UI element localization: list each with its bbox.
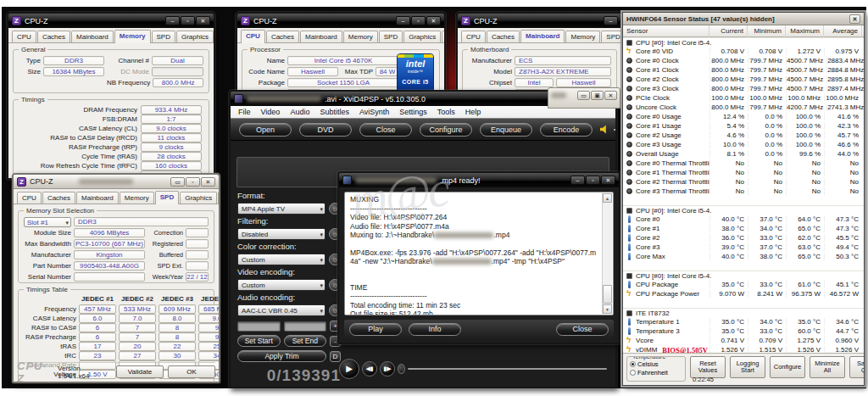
tab[interactable]: About xyxy=(218,192,220,204)
menu-item[interactable]: Subtitles xyxy=(315,108,353,116)
col-minimum[interactable]: Minimum xyxy=(748,25,786,37)
video-encoding-dropdown[interactable]: Custom xyxy=(237,279,326,291)
logging-start-button[interactable]: Logging Start xyxy=(730,356,765,378)
scroll-down-arrow[interactable]: ▼ xyxy=(603,304,612,314)
tab[interactable]: About xyxy=(442,31,446,42)
col-maximum[interactable]: Maximum xyxy=(786,25,824,37)
col-average[interactable]: Average xyxy=(824,25,862,37)
celsius-radio[interactable] xyxy=(630,361,636,367)
tab[interactable]: About xyxy=(214,31,215,42)
tab[interactable]: Caches xyxy=(487,31,520,42)
info-button[interactable]: Info xyxy=(409,323,461,336)
close-button[interactable]: ✕ xyxy=(849,14,860,24)
maximize-button[interactable]: ▫ xyxy=(181,16,195,25)
minimize-all-button[interactable]: Minimize All xyxy=(810,356,845,378)
step-back-button[interactable]: ◀▮ xyxy=(362,361,377,376)
scroll-thumb[interactable] xyxy=(603,285,612,304)
menu-item[interactable]: Audio xyxy=(286,108,314,116)
maximize-button[interactable]: ▫ xyxy=(186,177,200,187)
toolbar-button[interactable]: Configure xyxy=(420,123,472,137)
menu-item[interactable]: AviSynth xyxy=(355,108,393,116)
tab[interactable]: Mainboard xyxy=(71,31,114,42)
tab[interactable]: Caches xyxy=(266,31,299,42)
cpuz-spd-titlebar[interactable]: Z CPU-Z ▭ ▫ ✕ xyxy=(14,175,219,189)
close-button[interactable]: ✕ xyxy=(201,177,215,187)
tab[interactable]: Memory xyxy=(343,31,378,42)
menu-item[interactable]: Settings xyxy=(395,108,431,116)
tab[interactable]: SPD xyxy=(152,31,175,42)
maximize-button[interactable]: ▫ xyxy=(411,16,426,25)
volume-slider[interactable] xyxy=(614,129,617,131)
maximize-button[interactable]: ▫ xyxy=(586,176,600,185)
close-button[interactable]: ✕ xyxy=(426,16,441,25)
seek-knob[interactable] xyxy=(398,364,405,374)
tab[interactable]: SPD xyxy=(601,31,621,42)
tab[interactable]: SPD xyxy=(379,31,403,42)
apply-trim-button[interactable]: Apply Trim xyxy=(237,350,326,362)
play-button[interactable]: Play xyxy=(349,323,402,336)
configure-button[interactable]: Configure xyxy=(770,356,805,378)
maximize-button[interactable]: ▣ xyxy=(591,91,604,100)
format-dropdown[interactable]: MP4 Apple TV xyxy=(237,203,326,215)
set-start-button[interactable]: Set Start xyxy=(237,335,281,347)
tab[interactable]: Caches xyxy=(37,31,70,42)
toolbar-button[interactable]: Enqueue xyxy=(480,123,532,137)
color-correction-dropdown[interactable]: Custom xyxy=(237,254,326,265)
toolbar-button[interactable]: DVD xyxy=(299,123,352,137)
col-sensor[interactable]: Sensor xyxy=(623,25,709,37)
scrollbar[interactable]: ▲ ▼ xyxy=(602,193,612,314)
close-button[interactable]: Close xyxy=(556,323,609,336)
tab[interactable]: CPU xyxy=(12,31,36,42)
minimize-button[interactable]: – xyxy=(396,16,410,25)
fahrenheit-radio[interactable] xyxy=(630,370,636,376)
tab[interactable]: Memory xyxy=(565,31,600,42)
set-end-button[interactable]: Set End xyxy=(284,335,327,347)
hwinfo-titlebar[interactable]: HWiNFO64 Sensor Status [47 value(s) hidd… xyxy=(623,13,864,25)
validate-button[interactable]: Validate xyxy=(116,365,164,378)
menu-item[interactable]: Help xyxy=(461,108,486,116)
tab[interactable]: Mainboard xyxy=(76,192,119,204)
cpuz-memory-titlebar[interactable]: Z CPU-Z – ▫ ✕ xyxy=(8,14,214,28)
tab[interactable]: Graphics xyxy=(403,31,441,42)
menu-item[interactable]: File xyxy=(234,108,255,116)
tab[interactable]: CPU xyxy=(241,30,265,43)
minimize-button[interactable]: ▭ xyxy=(577,91,590,100)
tab[interactable]: Graphics xyxy=(176,31,214,42)
filtering-dropdown[interactable]: Disabled xyxy=(237,228,326,240)
seek-slider[interactable] xyxy=(408,368,607,370)
minimize-button[interactable]: – xyxy=(570,176,585,185)
scroll-up-arrow[interactable]: ▲ xyxy=(603,193,612,203)
toolbar-button[interactable]: Open xyxy=(239,123,292,137)
save-quit-button[interactable]: Save & Quit xyxy=(849,356,865,378)
cpuz-cpu-titlebar[interactable]: Z CPU-Z – ▫ ✕ xyxy=(237,14,444,28)
tab[interactable]: Memory xyxy=(114,30,151,43)
play-button[interactable]: ▶ xyxy=(339,359,359,379)
menu-item[interactable]: Tools xyxy=(433,108,459,116)
minimize-button[interactable]: – xyxy=(604,16,618,25)
ok-button[interactable]: OK xyxy=(168,365,215,378)
close-button[interactable]: ✕ xyxy=(604,91,617,100)
tab[interactable]: Caches xyxy=(42,192,75,204)
close-button[interactable]: ✕ xyxy=(196,16,210,25)
step-forward-button[interactable]: ▮▶ xyxy=(380,361,395,376)
tab[interactable]: CPU xyxy=(461,31,486,42)
tab[interactable]: SPD xyxy=(155,191,179,204)
slot-dropdown[interactable]: Slot #1 xyxy=(24,217,71,227)
cpuz-mainboard-titlebar[interactable]: Z CPU-Z – xyxy=(458,14,621,28)
tab[interactable]: Mainboard xyxy=(520,30,565,43)
menu-item[interactable]: Video xyxy=(257,108,285,116)
audio-encoding-dropdown[interactable]: AAC-LC VBR 0.45 xyxy=(237,304,326,316)
tab[interactable]: Mainboard xyxy=(300,31,342,42)
minimize-button[interactable]: ▭ xyxy=(170,177,185,187)
tab[interactable]: CPU xyxy=(17,192,42,204)
mp4-ready-titlebar[interactable]: .mp4 ready! – ▫ ✕ xyxy=(339,173,619,187)
toolbar-button[interactable]: Encode xyxy=(540,123,593,137)
minimize-button[interactable]: – xyxy=(165,16,180,25)
col-current[interactable]: Current xyxy=(709,25,748,37)
close-button[interactable]: ✕ xyxy=(601,176,615,185)
toolbar-button[interactable]: Close xyxy=(359,123,412,137)
trim-end-input[interactable] xyxy=(284,321,327,332)
tab[interactable]: Memory xyxy=(120,192,154,204)
trim-start-input[interactable] xyxy=(237,321,281,332)
tab[interactable]: Graphics xyxy=(180,192,217,204)
